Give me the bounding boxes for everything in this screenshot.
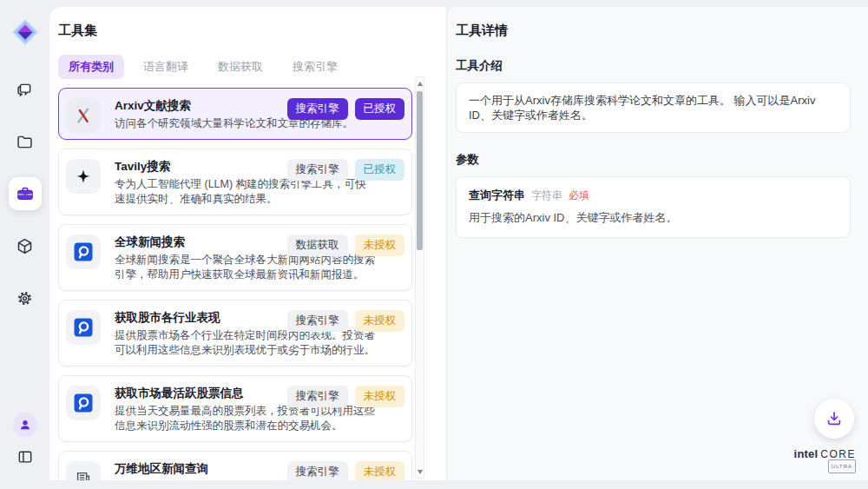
tool-card-most-active-stocks[interactable]: 获取市场最活跃股票信息 提供当天交易量最高的股票列表，投资者可以利用这些信息来识…: [58, 375, 412, 442]
category-badge: 搜索引擎: [287, 310, 348, 332]
sidebar-item-models[interactable]: [9, 229, 42, 262]
auth-status-badge: 已授权: [355, 159, 405, 181]
tab-data-fetch[interactable]: 数据获取: [207, 55, 273, 79]
param-description: 用于搜索的Arxiv ID、关键字或作者姓名。: [469, 210, 838, 225]
brand-intel: intel: [794, 447, 819, 460]
sidebar: [0, 0, 49, 489]
tool-details-panel: 工具详情 工具介绍 一个用于从Arxiv存储库搜索科学论文和文章的工具。 输入可…: [446, 7, 868, 480]
tool-intro-text: 一个用于从Arxiv存储库搜索科学论文和文章的工具。 输入可以是Arxiv ID…: [456, 83, 851, 133]
app-root: 工具集 所有类别 语言翻译 数据获取 搜索引擎 A: [0, 0, 868, 489]
settings-gear-icon: [16, 289, 34, 307]
download-button[interactable]: [814, 399, 854, 439]
param-name: 查询字符串: [469, 188, 525, 203]
tool-card-arxiv[interactable]: Arxiv文献搜索 访问各个研究领域大量科学论文和文章的存储库。 搜索引擎 已授…: [58, 88, 412, 140]
user-avatar[interactable]: [13, 413, 37, 437]
tools-list: Arxiv文献搜索 访问各个研究领域大量科学论文和文章的存储库。 搜索引擎 已授…: [58, 88, 412, 480]
tool-description: 提供股票市场各个行业在特定时间段内的表现。投资者可以利用这些信息来识别表现优于或…: [115, 328, 375, 358]
auth-status-badge: 已授权: [355, 98, 405, 120]
app-logo-icon[interactable]: [9, 16, 42, 49]
list-scrollbar[interactable]: [415, 76, 424, 479]
scroll-up-icon[interactable]: [416, 78, 424, 89]
tool-card-global-news[interactable]: 全球新闻搜索 全球新闻搜索是一个聚合全球各大新闻网站内容的搜索引擎，帮助用户快速…: [58, 224, 412, 291]
chat-icon: [16, 81, 34, 99]
tool-card-sector-performance[interactable]: 获取股市各行业表现 提供股票市场各个行业在特定时间段内的表现。投资者可以利用这些…: [58, 300, 412, 367]
sidebar-item-tools[interactable]: [9, 177, 42, 210]
brand-core: core: [820, 448, 856, 460]
sidebar-bottom: [12, 413, 38, 489]
scroll-down-icon[interactable]: [416, 466, 424, 477]
category-badge: 搜索引擎: [287, 386, 348, 407]
tab-all-categories[interactable]: 所有类别: [58, 55, 124, 79]
sidebar-item-settings[interactable]: [9, 281, 42, 314]
auth-status-badge: 未授权: [355, 235, 405, 256]
tool-card-regional-news[interactable]: 万维地区新闻查询 查询具体行政区划内的新闻，快速了解各地新闻动 搜索引擎 未授权: [58, 451, 412, 480]
tools-list-panel: 工具集 所有类别 语言翻译 数据获取 搜索引擎 A: [49, 7, 446, 480]
sidebar-nav: [9, 73, 42, 314]
intel-core-logo: intelcore ultra: [794, 449, 856, 473]
category-tabs: 所有类别 语言翻译 数据获取 搜索引擎: [58, 55, 446, 79]
cube-icon: [16, 237, 34, 255]
auth-status-badge: 未授权: [355, 461, 405, 480]
diamond-logo-icon: [10, 17, 40, 47]
tool-description: 专为人工智能代理 (LLM) 构建的搜索引擎工具，可快速提供实时、准确和真实的结…: [115, 177, 375, 207]
arxiv-logo-icon: [66, 98, 101, 133]
auth-status-badge: 未授权: [355, 310, 405, 332]
tool-description: 全球新闻搜索是一个聚合全球各大新闻网站内容的搜索引擎，帮助用户快速获取全球最新资…: [115, 253, 375, 282]
category-badge: 搜索引擎: [287, 98, 348, 120]
category-badge: 搜索引擎: [287, 159, 348, 181]
scrollbar-thumb[interactable]: [417, 91, 423, 250]
parameter-item: 查询字符串 字符串 必填 用于搜索的Arxiv ID、关键字或作者姓名。: [456, 176, 851, 238]
details-title: 工具详情: [456, 23, 851, 39]
folder-icon: [16, 133, 34, 151]
params-heading: 参数: [456, 152, 851, 168]
blue-search-q-icon: [66, 310, 101, 345]
sidebar-item-files[interactable]: [9, 125, 42, 158]
tab-search-engine[interactable]: 搜索引擎: [282, 55, 348, 79]
category-badge: 数据获取: [287, 235, 348, 256]
intro-heading: 工具介绍: [456, 58, 851, 74]
category-badge: 搜索引擎: [287, 461, 348, 480]
content-area: 工具集 所有类别 语言翻译 数据获取 搜索引擎 A: [49, 7, 868, 480]
brand-ultra-badge: ultra: [828, 459, 856, 473]
blue-search-q-icon: [66, 386, 101, 420]
panel-toggle-button[interactable]: [12, 444, 38, 470]
sidebar-item-chat[interactable]: [9, 73, 42, 106]
tool-card-tavily[interactable]: Tavily搜索 专为人工智能代理 (LLM) 构建的搜索引擎工具，可快速提供实…: [58, 149, 412, 215]
page-title: 工具集: [58, 23, 446, 39]
tool-description: 提供当天交易量最高的股票列表，投资者可以利用这些信息来识别流动性强的股票和潜在的…: [115, 404, 375, 433]
auth-status-badge: 未授权: [355, 386, 405, 407]
param-type: 字符串: [531, 188, 562, 203]
tavily-star-icon: [66, 159, 101, 194]
blue-search-q-icon: [66, 235, 101, 269]
download-icon: [825, 409, 844, 428]
user-avatar-icon: [18, 418, 32, 432]
panel-toggle-icon: [16, 448, 34, 466]
tab-language-translation[interactable]: 语言翻译: [133, 55, 199, 79]
param-required-badge: 必填: [569, 188, 589, 203]
newspaper-icon: [66, 461, 101, 480]
toolbox-icon: [16, 184, 35, 203]
